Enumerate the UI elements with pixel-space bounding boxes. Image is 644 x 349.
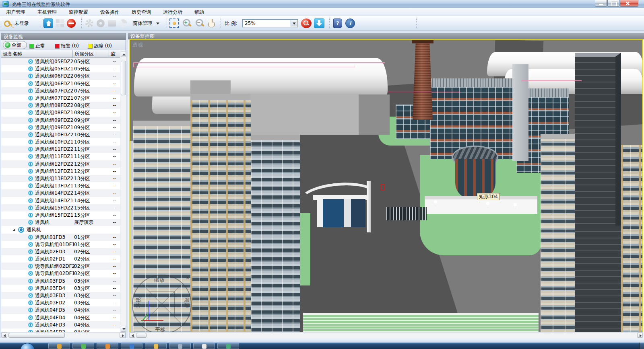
device-row[interactable]: 通风机组10FDZ110分区--: [1, 138, 120, 146]
apply-zoom-button[interactable]: [301, 18, 312, 29]
device-row[interactable]: 通风机组12FDZ112分区--: [1, 168, 120, 175]
device-group-row[interactable]: 通风机: [1, 226, 120, 233]
scroll-up-button[interactable]: [121, 51, 126, 57]
device-row[interactable]: 通风机04FD304分区--: [1, 321, 120, 328]
column-header-zone[interactable]: 所属分区: [73, 50, 109, 58]
pie-button[interactable]: [119, 18, 127, 29]
taskbar-app-2[interactable]: [72, 343, 94, 349]
device-row[interactable]: 通风机组15FDZ215分区--: [1, 204, 120, 211]
device-row[interactable]: 通风机04FD204分区--: [1, 328, 120, 332]
taskbar-app-1[interactable]: [48, 343, 70, 349]
device-row[interactable]: 通风机03FD203分区--: [1, 299, 120, 306]
device-row[interactable]: 通风机组13FDZ213分区--: [1, 175, 120, 182]
minimize-button[interactable]: [595, 0, 607, 7]
device-row[interactable]: 通风机组06FDZ206分区--: [1, 72, 120, 80]
device-row[interactable]: 通风机02FD102分区--: [1, 255, 120, 263]
taskbar-app-8[interactable]: [217, 343, 239, 349]
nav-close-icon[interactable]: ×: [186, 275, 190, 281]
disc-button[interactable]: [97, 18, 105, 29]
device-row[interactable]: 通风机02FD302分区--: [1, 248, 120, 255]
about-button[interactable]: i: [345, 18, 355, 29]
device-row[interactable]: 通风机03FD503分区--: [1, 277, 120, 285]
taskbar-app-6[interactable]: [169, 343, 191, 349]
device-row[interactable]: 诱导风机组01DF101分区--: [1, 241, 120, 248]
pan-button[interactable]: [207, 18, 216, 29]
expander-icon[interactable]: [12, 228, 15, 231]
scroll-left-button[interactable]: [130, 333, 135, 338]
right-horizontal-scrollbar[interactable]: [129, 332, 643, 338]
device-row[interactable]: 通风机组15FDZ115分区--: [1, 211, 120, 219]
column-header-name[interactable]: 设备名称: [1, 50, 73, 58]
menu-item-3[interactable]: 监控配置: [63, 8, 94, 16]
help-button[interactable]: ?: [333, 18, 342, 29]
device-row[interactable]: 通风机03FD303分区--: [1, 292, 120, 299]
filter-all-button[interactable]: ✓ 全部: [3, 41, 27, 49]
cascade-button[interactable]: [56, 18, 64, 29]
scale-combobox[interactable]: 25%: [242, 18, 298, 29]
device-row[interactable]: 通风机04FD504分区--: [1, 306, 120, 314]
left-horizontal-scrollbar[interactable]: [1, 332, 126, 338]
menu-item-2[interactable]: 主机管理: [31, 8, 63, 16]
device-row[interactable]: 通风机展厅演示--: [1, 219, 120, 226]
taskbar-app-5[interactable]: [145, 343, 167, 349]
device-row[interactable]: 通风机组06FDZ106分区--: [1, 80, 120, 87]
taskbar-app-3[interactable]: [97, 343, 118, 349]
close-button[interactable]: [620, 0, 638, 7]
save-view-button[interactable]: [314, 18, 324, 29]
menu-item-1[interactable]: 用户管理: [0, 8, 31, 16]
zoom-in-button[interactable]: +: [182, 18, 192, 29]
device-row[interactable]: 通风机组07FDZ107分区--: [1, 94, 120, 102]
device-row[interactable]: 通风机组13FDZ113分区--: [1, 182, 120, 189]
start-button[interactable]: [20, 343, 35, 349]
zoom-out-button[interactable]: −: [195, 18, 204, 29]
home-button[interactable]: [43, 18, 53, 29]
device-row[interactable]: 通风机组11FDZ211分区--: [1, 146, 120, 153]
taskbar-app-4[interactable]: [121, 343, 142, 349]
device-row[interactable]: 通风机组05FDZ105分区--: [1, 65, 120, 72]
scroll-right-button[interactable]: [120, 333, 125, 338]
window-manage-dropdown[interactable]: 窗体管理: [133, 18, 159, 29]
restore-button[interactable]: [607, 0, 619, 7]
scroll-down-button[interactable]: [121, 326, 126, 332]
legend-alarm[interactable]: 报警 (0): [55, 43, 79, 49]
login-button[interactable]: 未登录: [3, 18, 29, 29]
device-row[interactable]: 诱导风机组02DF102分区--: [1, 270, 120, 277]
fan-button[interactable]: [85, 18, 93, 29]
scroll-right-button[interactable]: [637, 333, 643, 338]
navigation-wheel[interactable]: 缩放 平移 环视 漫游 ×: [130, 273, 194, 333]
device-row[interactable]: 诱导风机组02DF202分区--: [1, 263, 120, 270]
menu-item-5[interactable]: 历史查询: [126, 8, 157, 16]
menu-item-4[interactable]: 设备操作: [94, 8, 126, 16]
device-row[interactable]: 通风机组09FDZ109分区--: [1, 124, 120, 131]
combo-dropdown-button[interactable]: [291, 20, 297, 27]
column-header-value[interactable]: 监测: [109, 50, 120, 58]
device-row[interactable]: 通风机组08FDZ108分区--: [1, 109, 120, 116]
taskbar-app-7[interactable]: [193, 343, 215, 349]
archive-button[interactable]: [108, 18, 116, 29]
legend-normal[interactable]: 正常: [29, 43, 45, 49]
legend-fault[interactable]: 故障 (0): [88, 43, 112, 49]
nav-zoom-label[interactable]: 缩放: [154, 277, 165, 284]
region-zoom-button[interactable]: [169, 18, 179, 29]
scrollbar-thumb[interactable]: [121, 61, 126, 95]
menu-item-7[interactable]: 帮助: [188, 8, 210, 16]
nav-walk-label[interactable]: 漫游: [183, 298, 190, 308]
hscroll-thumb[interactable]: [136, 333, 147, 338]
device-row[interactable]: 通风机01FD301分区--: [1, 234, 120, 241]
hscroll-thumb[interactable]: [8, 333, 65, 338]
device-row[interactable]: 通风机组11FDZ111分区--: [1, 153, 120, 160]
device-row[interactable]: 通风机组05FDZ205分区--: [1, 58, 120, 65]
show-desktop-button[interactable]: [639, 343, 644, 349]
device-row[interactable]: 通风机组10FDZ210分区--: [1, 131, 120, 138]
device-row[interactable]: 通风机04FD404分区--: [1, 314, 120, 321]
scroll-left-button[interactable]: [2, 333, 7, 338]
vertical-scrollbar[interactable]: [120, 51, 126, 332]
stop-button[interactable]: [67, 18, 76, 29]
device-row[interactable]: 通风机组08FDZ208分区--: [1, 102, 120, 109]
device-row[interactable]: 通风机组12FDZ212分区--: [1, 160, 120, 168]
device-row[interactable]: 通风机组14FDZ114分区--: [1, 197, 120, 204]
menu-item-6[interactable]: 运行分析: [157, 8, 188, 16]
device-row[interactable]: 通风机组14FDZ214分区--: [1, 189, 120, 197]
device-row[interactable]: 通风机03FD403分区--: [1, 285, 120, 292]
3d-viewport[interactable]: 透视: [129, 39, 643, 333]
